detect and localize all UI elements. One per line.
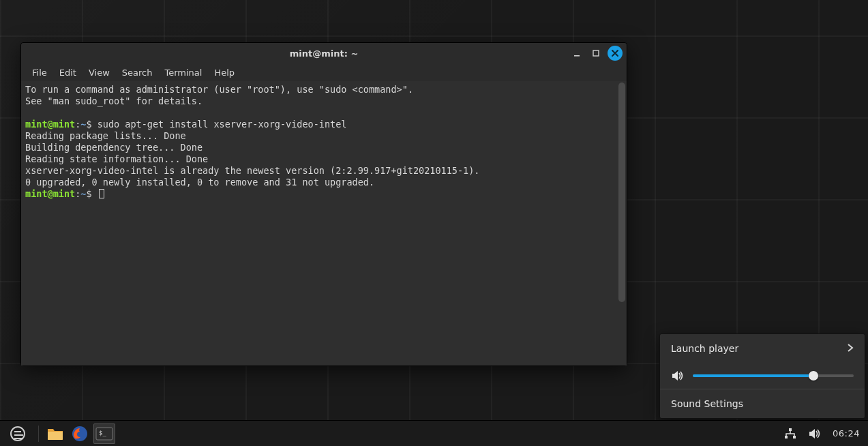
terminal-output[interactable]: To run a command as administrator (user … — [21, 81, 627, 203]
network-icon — [783, 428, 797, 440]
taskbar-clock[interactable]: 06:24 — [828, 428, 864, 438]
menu-search[interactable]: Search — [117, 65, 158, 80]
volume-tray-icon[interactable] — [804, 423, 826, 444]
volume-row — [660, 363, 865, 385]
svg-rect-1 — [593, 50, 599, 56]
window-close-button[interactable] — [608, 46, 623, 61]
window-maximize-button[interactable] — [588, 46, 603, 61]
speaker-icon[interactable] — [671, 370, 685, 382]
svg-rect-5 — [789, 428, 792, 431]
menu-file[interactable]: File — [27, 65, 53, 80]
terminal-window: mint@mint: ~ File Edit View Search Termi… — [20, 42, 627, 366]
svg-rect-7 — [793, 436, 796, 438]
scrollbar[interactable] — [618, 83, 625, 364]
mint-menu-icon — [10, 426, 25, 441]
launch-player-item[interactable]: Launch player — [660, 334, 865, 363]
launch-player-label: Launch player — [671, 343, 738, 354]
chevron-right-icon — [847, 343, 854, 354]
file-manager-launcher[interactable] — [44, 423, 66, 444]
volume-popup: Launch player Sound Settings — [659, 333, 865, 419]
window-minimize-button[interactable] — [569, 46, 584, 61]
taskbar: $_ 06:24 — [0, 420, 868, 446]
folder-icon — [46, 426, 64, 441]
menu-terminal[interactable]: Terminal — [159, 65, 207, 80]
firefox-icon — [71, 425, 89, 443]
scrollbar-thumb[interactable] — [618, 83, 625, 302]
svg-rect-0 — [574, 55, 580, 57]
terminal-viewport[interactable]: To run a command as administrator (user … — [21, 81, 627, 366]
start-menu-button[interactable] — [3, 423, 33, 444]
menu-view[interactable]: View — [83, 65, 115, 80]
window-title: mint@mint: ~ — [290, 48, 359, 59]
window-titlebar[interactable]: mint@mint: ~ — [21, 43, 627, 63]
firefox-launcher[interactable] — [69, 423, 91, 444]
terminal-taskbar-button[interactable]: $_ — [93, 423, 115, 444]
volume-slider-thumb[interactable] — [809, 371, 818, 381]
menu-edit[interactable]: Edit — [54, 65, 82, 80]
speaker-tray-icon — [808, 428, 822, 440]
svg-rect-6 — [785, 436, 788, 438]
cursor-icon — [99, 189, 104, 198]
volume-slider[interactable] — [693, 370, 854, 382]
menubar: File Edit View Search Terminal Help — [21, 63, 627, 81]
menu-help[interactable]: Help — [209, 65, 240, 80]
taskbar-separator — [38, 426, 39, 442]
terminal-icon: $_ — [95, 426, 113, 441]
sound-settings-label: Sound Settings — [671, 398, 743, 409]
svg-text:$_: $_ — [99, 430, 106, 436]
sound-settings-item[interactable]: Sound Settings — [660, 389, 865, 418]
window-controls — [569, 46, 623, 61]
network-tray-icon[interactable] — [779, 423, 801, 444]
